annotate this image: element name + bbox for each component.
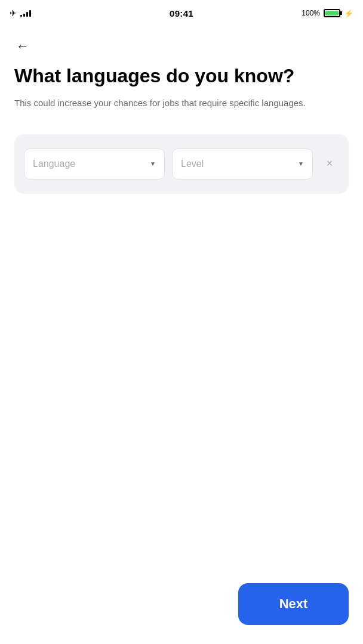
- signal-bar-3: [26, 12, 28, 17]
- remove-language-button[interactable]: ×: [320, 154, 339, 174]
- language-dropdown-arrow-icon: ▼: [150, 160, 156, 167]
- language-dropdown-label: Language: [33, 159, 75, 169]
- status-bar-right: 100% ⚡: [302, 9, 353, 18]
- level-dropdown-arrow-icon: ▼: [298, 160, 304, 167]
- signal-bars: [20, 10, 31, 17]
- signal-bar-1: [20, 15, 22, 17]
- signal-bar-4: [29, 10, 31, 17]
- back-button[interactable]: ←: [10, 33, 36, 60]
- level-dropdown[interactable]: Level ▼: [172, 148, 313, 179]
- page-title: What languages do you know?: [14, 64, 349, 87]
- next-button[interactable]: Next: [238, 583, 349, 625]
- next-button-container: Next: [238, 583, 349, 625]
- status-bar-time: 09:41: [170, 8, 193, 18]
- status-bar-left: ✈: [10, 8, 31, 18]
- remove-icon: ×: [327, 157, 333, 170]
- back-arrow-icon: ←: [16, 39, 29, 54]
- page-subtitle: This could increase your chances for job…: [14, 97, 349, 110]
- battery-percent-label: 100%: [302, 9, 320, 17]
- charging-icon: ⚡: [344, 9, 353, 18]
- language-card: Language ▼ Level ▼ ×: [14, 134, 349, 194]
- main-content: ← What languages do you know? This could…: [0, 26, 363, 194]
- status-bar: ✈ 09:41 100% ⚡: [0, 0, 363, 26]
- level-dropdown-label: Level: [181, 159, 204, 169]
- language-dropdown[interactable]: Language ▼: [24, 148, 165, 179]
- airplane-icon: ✈: [10, 8, 17, 18]
- battery-icon: [324, 9, 340, 17]
- battery-fill: [325, 11, 339, 16]
- signal-bar-2: [23, 14, 25, 17]
